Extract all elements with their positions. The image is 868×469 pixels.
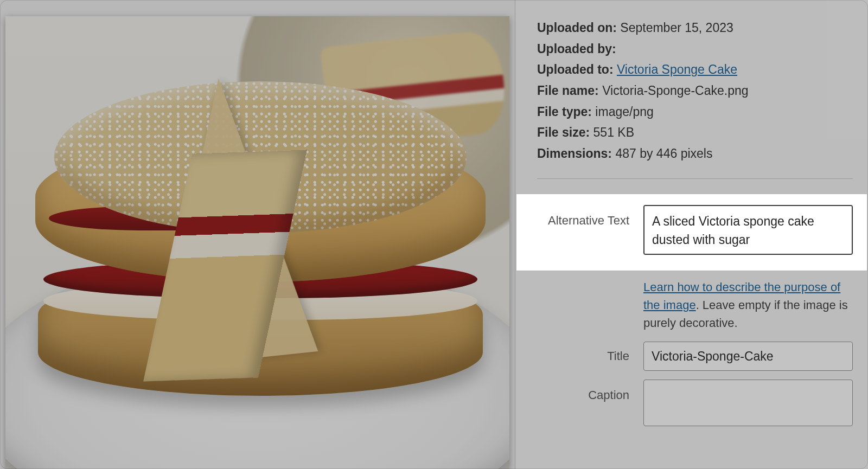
meta-value: 551 KB [593,125,634,139]
meta-file-type: File type: image/png [537,102,853,122]
caption-label: Caption [537,380,629,404]
meta-label: Uploaded to: [537,62,614,76]
meta-label: File type: [537,105,592,119]
meta-value: image/png [595,105,653,119]
meta-file-name: File name: Victoria-Sponge-Cake.png [537,81,853,101]
field-row-caption: Caption [537,380,853,432]
field-row-alt-text: Alternative Text A sliced Victoria spong… [537,205,853,261]
divider [537,178,853,179]
meta-label: Uploaded by: [537,42,616,56]
uploaded-to-link[interactable]: Victoria Sponge Cake [617,62,737,76]
caption-input[interactable] [643,380,853,426]
meta-uploaded-on: Uploaded on: September 15, 2023 [537,18,853,38]
spacer [537,271,629,277]
attachment-details-sidebar: Uploaded on: September 15, 2023 Uploaded… [515,0,868,469]
alt-text-help: Learn how to describe the purpose of the… [643,278,853,332]
alt-text-highlight: Alternative Text A sliced Victoria spong… [516,194,867,271]
alt-text-input[interactable]: A sliced Victoria sponge cake dusted wit… [643,205,853,255]
meta-label: Dimensions: [537,146,612,160]
attachment-details-modal: Uploaded on: September 15, 2023 Uploaded… [0,0,868,469]
meta-label: Uploaded on: [537,21,617,35]
attachment-preview-pane [0,0,515,469]
meta-value: September 15, 2023 [620,21,733,35]
meta-label: File size: [537,125,590,139]
attachment-preview-image [5,16,509,469]
alt-text-label: Alternative Text [537,205,629,230]
title-input[interactable] [643,342,853,371]
meta-dimensions: Dimensions: 487 by 446 pixels [537,144,853,164]
title-label: Title [537,347,629,365]
meta-value: 487 by 446 pixels [615,146,712,160]
meta-value: Victoria-Sponge-Cake.png [602,83,748,98]
field-row-title: Title [537,342,853,371]
meta-uploaded-by: Uploaded by: [537,40,853,59]
meta-label: File name: [537,83,599,98]
meta-file-size: File size: 551 KB [537,123,853,143]
field-row-alt-help: Learn how to describe the purpose of the… [537,271,853,332]
meta-uploaded-to: Uploaded to: Victoria Sponge Cake [537,60,853,80]
